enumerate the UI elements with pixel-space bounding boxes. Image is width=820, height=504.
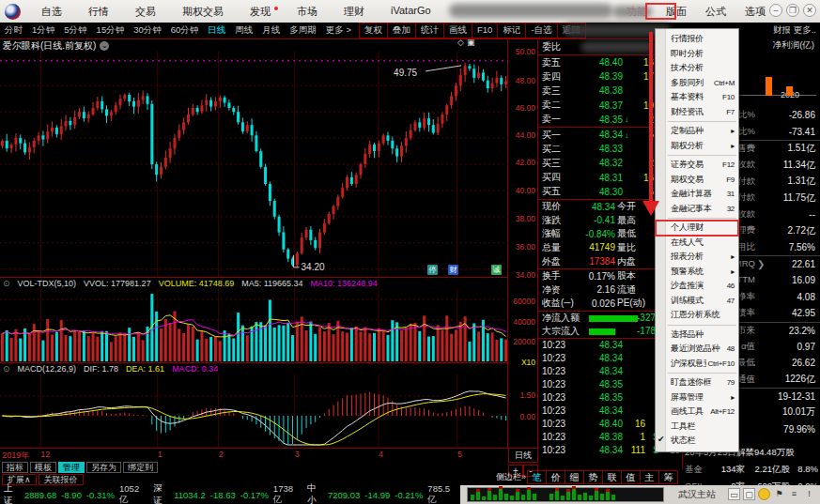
flag-icon[interactable]: ⚑: [773, 488, 785, 500]
holder-row-基金: 基金134家2.21亿股8.8%: [685, 464, 818, 476]
menu-item-选择品种[interactable]: 选择品种: [656, 328, 738, 343]
index-quote-上证[interactable]: 上证2889.68-8.90-0.31%1052亿: [4, 482, 149, 504]
close-button[interactable]: ✕: [803, 4, 816, 17]
sidebar-tab-主[interactable]: 主: [640, 470, 659, 484]
volume-chart[interactable]: [0, 289, 508, 362]
volume-axis-label: 20000: [513, 337, 535, 346]
indicator-gear-icon[interactable]: ⊙: [3, 364, 10, 374]
breadth-bar: [521, 495, 525, 500]
menu-item-即时分析[interactable]: 即时分析: [656, 47, 738, 62]
menu-item-期权交易[interactable]: 期权交易F9: [656, 173, 738, 188]
indicator-name: VOL-TDX(5,10): [18, 279, 77, 288]
period-30分钟[interactable]: 30分钟: [129, 24, 166, 37]
menu-item-期权分析[interactable]: 期权分析▸: [656, 139, 738, 154]
menu-item-财经资讯[interactable]: 财经资讯F7: [656, 105, 738, 120]
index-quote-中小[interactable]: 中小7209.03-14.99-0.21%785.5亿: [307, 482, 460, 504]
index-quote-深证[interactable]: 深证11034.2-18.63-0.17%1738亿: [153, 482, 303, 504]
menu-item-沪深权息查询[interactable]: 沪深权息查询Ctrl+F10: [656, 357, 738, 372]
menubar-item-交易[interactable]: 交易: [122, 5, 169, 19]
menu-item-盯盘迷你框[interactable]: 盯盘迷你框79: [656, 375, 738, 390]
chart-tab-绑定到[interactable]: 绑定到: [123, 462, 158, 473]
menubar-item-发现[interactable]: 发现: [237, 5, 284, 19]
minimize-button[interactable]: –: [769, 4, 782, 17]
menubar-item-期权交易[interactable]: 期权交易: [169, 5, 237, 19]
menu-item-个人理财[interactable]: 个人理财: [656, 221, 738, 236]
menu-item-技术分析[interactable]: 技术分析: [656, 61, 738, 76]
menu-item-状态栏[interactable]: ✔状态栏: [656, 434, 738, 449]
sidebar-tab-联[interactable]: 联: [602, 470, 622, 484]
fin-row-value: 16.09: [755, 275, 815, 285]
menu-item-预警系统[interactable]: 预警系统▸: [656, 265, 738, 280]
menubar-item-公式[interactable]: 公式: [696, 5, 735, 19]
menu-item-沙盘推演[interactable]: 沙盘推演46: [656, 279, 738, 294]
period-1分钟[interactable]: 1分钟: [27, 24, 59, 37]
toolbar-action-标记[interactable]: 标记: [497, 23, 526, 38]
toolbar-action-复权[interactable]: 复权: [359, 23, 388, 38]
sidebar-tab-细[interactable]: 细: [565, 470, 584, 484]
event-badge-财[interactable]: 财: [448, 265, 458, 275]
weibi-label: 委比: [538, 40, 561, 53]
menubar-item-行情[interactable]: 行情: [75, 5, 122, 19]
chart-tab-模板[interactable]: 模板: [30, 462, 56, 473]
menu-item-工具栏[interactable]: 工具栏: [656, 420, 738, 435]
menu-item-行情报价[interactable]: 行情报价: [656, 32, 738, 47]
period-5分钟[interactable]: 5分钟: [59, 24, 91, 37]
menubar-item-iVatarGo[interactable]: iVatarGo: [378, 5, 444, 19]
period-更多 >[interactable]: 更多 >: [321, 24, 356, 37]
menu-item-金融计算器[interactable]: 金融计算器31: [656, 187, 738, 202]
menubar-item-自选[interactable]: 自选: [28, 5, 75, 19]
indicator-gear-icon[interactable]: ⊙: [3, 279, 10, 288]
sidebar-tab-筹[interactable]: 筹: [658, 470, 678, 484]
menu-item-江恩分析系统[interactable]: 江恩分析系统: [656, 308, 738, 323]
fin-header[interactable]: 财报 更多..: [773, 24, 816, 37]
toolbar-action-画线[interactable]: 画线: [443, 23, 472, 38]
toolbar-action--自选[interactable]: -自选: [525, 23, 557, 38]
menu-item-最近浏览品种[interactable]: 最近浏览品种48: [656, 342, 738, 357]
menu-item-屏幕管理[interactable]: 屏幕管理▸: [656, 390, 738, 405]
sidebar-tab-值[interactable]: 值: [621, 470, 641, 484]
fin-row-value: 1226亿: [755, 373, 815, 386]
tray-window-icon[interactable]: ▭: [728, 488, 740, 500]
menu-item-画线工具[interactable]: 画线工具Alt+F12: [656, 405, 738, 420]
period-分时[interactable]: 分时: [0, 24, 27, 37]
menubar-item-市场[interactable]: 市场: [284, 5, 331, 19]
period-周线[interactable]: 周线: [230, 24, 257, 37]
index-value: 7209.03: [328, 490, 360, 500]
menu-item-在线人气[interactable]: 在线人气: [656, 236, 738, 251]
restore-button[interactable]: ❐: [786, 4, 799, 17]
chart-corner-icons[interactable]: ◇▣: [457, 38, 477, 47]
event-badge-诚[interactable]: 诚: [491, 265, 502, 275]
menu-item-训练模式[interactable]: 训练模式47: [656, 294, 738, 309]
sidebar-expand-label[interactable]: 侧边栏»: [496, 471, 526, 483]
menu-item-报表分析[interactable]: 报表分析▸: [656, 250, 738, 265]
alert-icon[interactable]: !: [803, 488, 815, 500]
sidebar-tab-价[interactable]: 价: [546, 470, 565, 484]
toolbar-action-F10[interactable]: F10: [472, 23, 498, 38]
period-日线[interactable]: 日线: [203, 24, 230, 37]
period-15分钟[interactable]: 15分钟: [92, 24, 130, 37]
expand-arrow-icon[interactable]: ❯: [757, 259, 765, 269]
chart-tab-另存为[interactable]: 另存为: [86, 462, 121, 473]
candlestick-chart[interactable]: 49.7534.20: [0, 52, 508, 277]
sidebar-tab-势[interactable]: 势: [583, 470, 603, 484]
period-月线[interactable]: 月线: [257, 24, 285, 37]
menubar-item-理财[interactable]: 理财: [331, 5, 378, 19]
period-多周期[interactable]: 多周期: [285, 24, 321, 37]
menu-item-定制品种[interactable]: 定制品种▸: [656, 124, 738, 139]
list-icon[interactable]: ≡: [788, 488, 800, 500]
menu-item-金融记事本[interactable]: 金融记事本32: [656, 202, 738, 217]
tray-window2-icon[interactable]: ▢: [743, 488, 755, 500]
menu-item-证券交易[interactable]: 证券交易F12: [656, 158, 738, 173]
sidebar-tab-笔[interactable]: 笔: [527, 470, 547, 484]
menu-item-基本资料[interactable]: 基本资料F10: [656, 90, 738, 105]
chart-tab-指标[interactable]: 指标: [2, 462, 28, 473]
coin-icon[interactable]: [758, 488, 770, 500]
toolbar-action-叠加[interactable]: 叠加: [387, 23, 416, 38]
period-60分钟[interactable]: 60分钟: [166, 24, 204, 37]
menu-item-多股同列[interactable]: 多股同列Ctrl+M: [656, 76, 738, 91]
macd-chart[interactable]: [0, 374, 508, 447]
chart-tab-管理[interactable]: 管理: [58, 462, 85, 473]
toolbar-action-统计[interactable]: 统计: [415, 23, 444, 38]
event-badge-停[interactable]: 停: [427, 265, 438, 275]
chevron-down-icon[interactable]: ⌄: [100, 41, 109, 51]
